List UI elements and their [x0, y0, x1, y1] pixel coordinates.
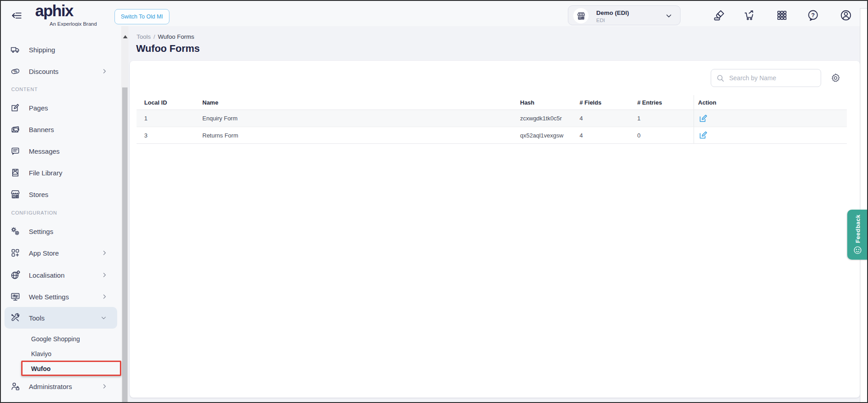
cart-icon[interactable]: [741, 7, 757, 23]
pages-icon: [10, 102, 21, 113]
store-selector[interactable]: Demo (EDI) EDI: [568, 5, 681, 25]
sidebar-item-app-store[interactable]: App Store: [1, 242, 120, 264]
monitor-icon: [10, 291, 21, 302]
chevron-right-icon: [101, 249, 108, 258]
svg-text:?: ?: [811, 12, 815, 18]
switch-to-old-mi-button[interactable]: Switch To Old MI: [114, 9, 169, 24]
app-store-icon: [10, 247, 21, 258]
table-header-row: Local ID Name Hash # Fields # Entries Ac…: [137, 95, 847, 110]
account-icon[interactable]: [838, 7, 854, 23]
page-scrollbar-track[interactable]: [860, 8, 868, 403]
cell-fields: 4: [580, 132, 637, 139]
sidebar-subitem-wufoo[interactable]: Wufoo: [1, 361, 120, 376]
cell-fields: 4: [580, 115, 637, 122]
breadcrumb: Tools/Wufoo Forms: [137, 33, 194, 40]
search-icon: [717, 74, 725, 82]
cell-name: Enquiry Form: [202, 115, 520, 122]
sidebar-item-banners[interactable]: Banners: [1, 119, 120, 140]
sidebar-subitem-klaviyo[interactable]: Klaviyo: [1, 346, 120, 361]
chevron-down-icon: [665, 12, 673, 22]
app-window: aphix An Experlogix Brand Switch To Old …: [0, 0, 868, 403]
chevron-right-icon: [101, 271, 108, 280]
search-input[interactable]: [728, 70, 818, 86]
col-header-action: Action: [694, 95, 847, 110]
chevron-right-icon: [101, 383, 108, 392]
tools-icon: [10, 312, 21, 323]
globe-icon: [10, 270, 21, 280]
smiley-icon: [853, 246, 862, 255]
feedback-button[interactable]: Feedback: [847, 210, 868, 260]
cell-entries: 1: [637, 115, 694, 122]
cell-name: Returns Form: [202, 132, 520, 139]
sidebar-item-messages[interactable]: Messages: [1, 140, 120, 162]
sidebar-item-discounts[interactable]: % Discounts: [1, 60, 120, 82]
sidebar-section-configuration: CONFIGURATION: [11, 210, 57, 215]
breadcrumb-tools-link[interactable]: Tools: [137, 33, 151, 40]
sidebar-item-web-settings[interactable]: Web Settings: [1, 286, 120, 307]
col-header-local-id: Local ID: [137, 99, 202, 106]
aphix-logo[interactable]: aphix: [35, 2, 73, 20]
cell-entries: 0: [637, 132, 694, 139]
chevron-right-icon: [101, 68, 108, 77]
sidebar-item-file-library[interactable]: File Library: [1, 162, 120, 183]
sidebar-scrollbar-thumb[interactable]: [122, 87, 128, 403]
breadcrumb-current: Wufoo Forms: [158, 33, 194, 40]
col-header-fields: # Fields: [580, 99, 637, 106]
page-title: Wufoo Forms: [136, 43, 200, 55]
table-row: 1 Enquiry Form zcxwgdk1tk0c5r 4 1: [137, 110, 847, 127]
sidebar-item-shipping[interactable]: Shipping: [1, 39, 120, 60]
storefront-icon: [573, 8, 589, 23]
edit-icon[interactable]: [698, 114, 708, 124]
store-name: Demo (EDI): [596, 9, 629, 16]
sidebar-subitem-google-shopping[interactable]: Google Shopping: [1, 331, 120, 346]
help-icon[interactable]: ?: [805, 7, 821, 23]
sidebar-item-settings[interactable]: Settings: [1, 220, 120, 242]
wufoo-forms-table: Local ID Name Hash # Fields # Entries Ac…: [137, 95, 847, 144]
edit-icon[interactable]: [698, 130, 708, 140]
sidebar-item-tools[interactable]: Tools: [5, 307, 117, 329]
col-header-hash: Hash: [520, 99, 580, 106]
chevron-down-icon: [100, 314, 107, 323]
scrollbar-up-arrow[interactable]: [123, 35, 128, 38]
collapse-sidebar-icon[interactable]: [8, 7, 24, 23]
sidebar-item-pages[interactable]: Pages: [1, 97, 120, 119]
feedback-label: Feedback: [847, 212, 868, 245]
truck-icon: [10, 44, 21, 55]
col-header-name: Name: [202, 99, 520, 106]
search-box: [711, 69, 821, 87]
chevron-right-icon: [101, 293, 108, 302]
sidebar: Shipping % Discounts CONTENT Pages Banne…: [1, 26, 121, 403]
discount-tag-icon: %: [10, 66, 21, 77]
breadcrumb-separator: /: [151, 33, 158, 40]
table-row: 3 Returns Form qx52aql1vexgsw 4 0: [137, 127, 847, 144]
sidebar-section-content: CONTENT: [11, 87, 38, 92]
file-library-icon: [10, 167, 21, 178]
col-header-entries: # Entries: [637, 99, 694, 106]
table-settings-gear-icon[interactable]: [830, 73, 841, 83]
svg-text:%: %: [13, 69, 18, 73]
sidebar-item-stores[interactable]: Stores: [1, 183, 120, 205]
top-bar: aphix An Experlogix Brand Switch To Old …: [1, 1, 868, 26]
banners-icon: [10, 124, 21, 135]
store-subtitle: EDI: [596, 18, 605, 23]
cell-local-id: 3: [137, 132, 202, 139]
theme-brush-icon[interactable]: [711, 7, 727, 23]
storefront-icon: [10, 189, 21, 200]
gears-icon: [10, 226, 21, 237]
cell-local-id: 1: [137, 115, 202, 122]
administrators-icon: [10, 381, 21, 392]
cell-hash: qx52aql1vexgsw: [520, 132, 580, 139]
message-bubble-icon: [10, 146, 21, 156]
sidebar-item-localisation[interactable]: Localisation: [1, 264, 120, 286]
apps-grid-icon[interactable]: [774, 7, 790, 23]
cell-hash: zcxwgdk1tk0c5r: [520, 115, 580, 122]
sidebar-item-administrators[interactable]: Administrators: [1, 376, 120, 397]
